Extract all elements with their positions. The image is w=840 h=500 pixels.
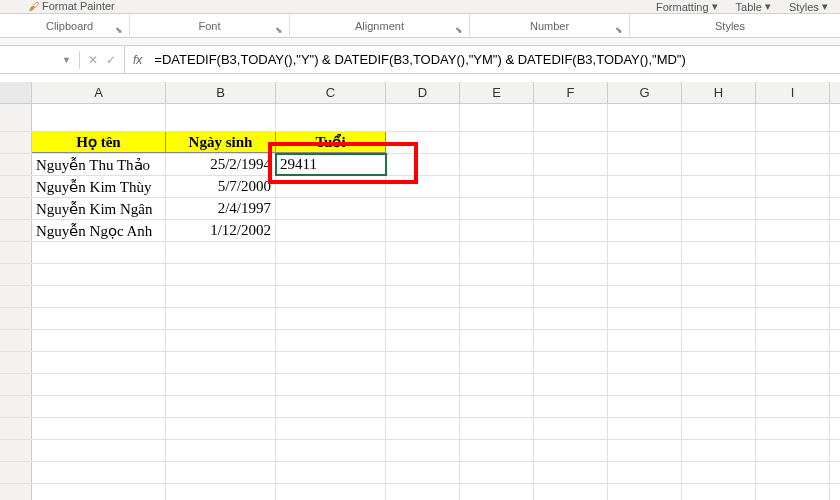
cell[interactable] [682, 352, 756, 373]
cell[interactable] [756, 264, 830, 285]
cell[interactable] [534, 154, 608, 175]
cell[interactable] [276, 330, 386, 351]
cell[interactable] [756, 462, 830, 483]
cell[interactable] [682, 374, 756, 395]
cell[interactable] [460, 104, 534, 131]
cell[interactable] [608, 154, 682, 175]
cell[interactable] [386, 440, 460, 461]
cell[interactable] [386, 220, 460, 241]
cell[interactable] [276, 396, 386, 417]
cell[interactable] [608, 104, 682, 131]
row-header[interactable] [0, 264, 32, 285]
cell[interactable] [756, 220, 830, 241]
column-header-G[interactable]: G [608, 82, 682, 103]
active-cell[interactable]: 29411 [276, 154, 386, 175]
cell[interactable] [386, 198, 460, 219]
cell[interactable] [682, 104, 756, 131]
cell[interactable] [534, 220, 608, 241]
cell[interactable] [534, 308, 608, 329]
cell[interactable] [534, 352, 608, 373]
cell[interactable] [276, 264, 386, 285]
header-cell-name[interactable]: Họ tên [32, 132, 166, 153]
column-header-F[interactable]: F [534, 82, 608, 103]
cell[interactable] [682, 462, 756, 483]
cell[interactable] [534, 104, 608, 131]
cell[interactable] [276, 484, 386, 500]
cell[interactable] [166, 374, 276, 395]
cell[interactable] [756, 104, 830, 131]
cell[interactable] [682, 418, 756, 439]
cell[interactable] [682, 440, 756, 461]
cell[interactable] [534, 198, 608, 219]
header-cell-age[interactable]: Tuổi [276, 132, 386, 153]
cell[interactable] [276, 462, 386, 483]
cell[interactable]: Nguyễn Thu Thảo [32, 154, 166, 175]
cell[interactable] [756, 374, 830, 395]
row-header[interactable] [0, 484, 32, 500]
cell[interactable] [608, 418, 682, 439]
cell[interactable] [386, 396, 460, 417]
cell[interactable] [460, 132, 534, 153]
cell[interactable] [166, 462, 276, 483]
spreadsheet-grid[interactable]: A B C D E F G H I Họ tên Ngày sinh Tuổi [0, 82, 840, 500]
cell[interactable] [756, 484, 830, 500]
cell[interactable] [682, 176, 756, 197]
row-header[interactable] [0, 154, 32, 175]
cell[interactable] [534, 462, 608, 483]
row-header[interactable] [0, 286, 32, 307]
cell[interactable] [386, 462, 460, 483]
cell[interactable] [460, 176, 534, 197]
row-header[interactable] [0, 104, 32, 131]
cell[interactable] [276, 242, 386, 263]
cell[interactable] [32, 330, 166, 351]
cell[interactable] [608, 396, 682, 417]
cell[interactable] [166, 418, 276, 439]
cell[interactable] [608, 220, 682, 241]
cell[interactable] [166, 330, 276, 351]
cell[interactable] [460, 220, 534, 241]
enter-formula-icon[interactable]: ✓ [106, 53, 116, 67]
cell[interactable] [608, 242, 682, 263]
cell[interactable] [460, 330, 534, 351]
column-header-I[interactable]: I [756, 82, 830, 103]
header-cell-dob[interactable]: Ngày sinh [166, 132, 276, 153]
cell[interactable] [534, 242, 608, 263]
number-launcher-icon[interactable]: ⬊ [615, 25, 625, 35]
cell[interactable] [534, 330, 608, 351]
cell[interactable] [276, 440, 386, 461]
cell[interactable] [276, 198, 386, 219]
cell[interactable] [460, 440, 534, 461]
cell[interactable] [276, 220, 386, 241]
row-header[interactable] [0, 462, 32, 483]
column-header-C[interactable]: C [276, 82, 386, 103]
row-header[interactable] [0, 396, 32, 417]
cell[interactable] [756, 418, 830, 439]
cell[interactable] [460, 418, 534, 439]
row-header[interactable] [0, 352, 32, 373]
cell[interactable] [460, 242, 534, 263]
row-header[interactable] [0, 440, 32, 461]
cell[interactable] [756, 286, 830, 307]
font-launcher-icon[interactable]: ⬊ [275, 25, 285, 35]
cell[interactable] [386, 418, 460, 439]
cell[interactable] [386, 286, 460, 307]
cell[interactable] [756, 440, 830, 461]
cell[interactable] [386, 374, 460, 395]
cell[interactable] [166, 352, 276, 373]
cell[interactable] [32, 286, 166, 307]
row-header[interactable] [0, 176, 32, 197]
cell[interactable] [534, 286, 608, 307]
row-header[interactable] [0, 308, 32, 329]
cell[interactable] [386, 484, 460, 500]
row-header[interactable] [0, 132, 32, 153]
cell[interactable] [32, 440, 166, 461]
column-header-H[interactable]: H [682, 82, 756, 103]
cell[interactable] [534, 374, 608, 395]
cell[interactable] [534, 484, 608, 500]
cell[interactable] [682, 286, 756, 307]
cell[interactable] [276, 286, 386, 307]
cell[interactable] [756, 198, 830, 219]
fx-label[interactable]: fx [125, 53, 150, 67]
cell-styles-button[interactable]: Styles ▾ [783, 0, 834, 15]
cell[interactable] [32, 396, 166, 417]
